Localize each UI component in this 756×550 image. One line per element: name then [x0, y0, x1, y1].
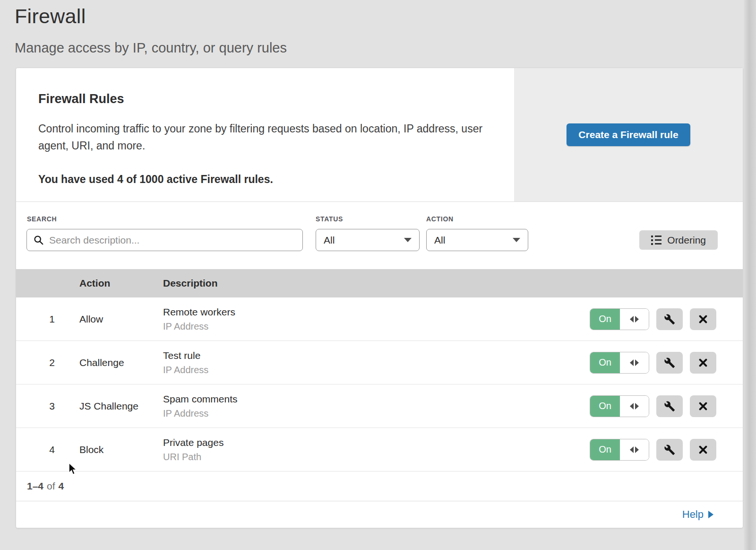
create-rule-panel: Create a Firewall rule: [514, 68, 743, 201]
toggle-on-label: On: [590, 352, 620, 373]
rule-description: Test rule: [163, 350, 590, 361]
toggle-arrows-icon: [620, 396, 649, 417]
toggle-arrows-icon: [620, 352, 649, 373]
rule-controls: On: [590, 439, 743, 461]
table-row: 1 Allow Remote workers IP Address On: [16, 297, 743, 341]
toggle-arrows-icon: [620, 439, 649, 460]
table-header: Action Description: [16, 269, 743, 297]
toggle-on-label: On: [590, 439, 620, 460]
rule-number: 3: [16, 401, 79, 412]
search-icon: [34, 235, 43, 245]
action-label: ACTION: [426, 215, 454, 223]
rule-description-cell: Private pages URI Path: [163, 437, 590, 463]
delete-rule-button[interactable]: [690, 308, 716, 330]
edit-rule-button[interactable]: [656, 352, 683, 374]
rule-action: Block: [79, 444, 163, 455]
arrow-right-icon: [708, 511, 713, 518]
toggle-on-label: On: [590, 309, 620, 330]
rule-description: Remote workers: [163, 306, 590, 318]
action-dropdown[interactable]: All: [426, 229, 528, 251]
firewall-card: Firewall Rules Control incoming traffic …: [16, 68, 743, 528]
delete-rule-button[interactable]: [690, 352, 716, 374]
page-header: Firewall Manage access by IP, country, o…: [0, 0, 756, 56]
rule-number: 2: [16, 357, 79, 368]
rule-description-cell: Spam comments IP Address: [163, 393, 590, 419]
ordering-button[interactable]: Ordering: [639, 230, 718, 250]
rule-number: 4: [16, 444, 79, 455]
close-icon: [697, 357, 709, 368]
rule-description-cell: Remote workers IP Address: [163, 306, 590, 332]
wrench-icon: [664, 357, 675, 368]
close-icon: [697, 401, 709, 412]
rule-enabled-toggle[interactable]: On: [590, 308, 649, 330]
rule-description: Spam comments: [163, 393, 590, 405]
pagination-of: of: [47, 480, 55, 492]
rule-action: Allow: [79, 314, 163, 325]
firewall-rules-info: Firewall Rules Control incoming traffic …: [16, 68, 514, 201]
edit-rule-button[interactable]: [656, 308, 683, 330]
rule-action: Challenge: [79, 357, 163, 368]
search-label: SEARCH: [27, 215, 57, 223]
search-box: [26, 229, 303, 251]
column-header-action: Action: [79, 278, 163, 289]
rule-number: 1: [16, 314, 79, 325]
rule-controls: On: [590, 395, 743, 417]
page-subtitle: Manage access by IP, country, or query r…: [15, 40, 756, 56]
rule-enabled-toggle[interactable]: On: [590, 439, 649, 461]
pagination-range: 1–4: [27, 480, 43, 492]
help-link[interactable]: Help: [682, 508, 713, 521]
chevron-down-icon: [404, 238, 412, 242]
rule-action: JS Challenge: [79, 401, 163, 412]
firewall-rules-usage: You have used 4 of 1000 active Firewall …: [38, 173, 486, 186]
rule-controls: On: [590, 352, 743, 374]
help-bar: Help: [16, 501, 743, 528]
pagination-total: 4: [59, 480, 64, 492]
filters-bar: SEARCH STATUS All ACTION All Ordering: [16, 202, 743, 269]
rule-description-cell: Test rule IP Address: [163, 350, 590, 375]
delete-rule-button[interactable]: [690, 439, 716, 461]
firewall-rules-section: Firewall Rules Control incoming traffic …: [16, 68, 743, 202]
rule-match-type: IP Address: [163, 408, 590, 419]
table-row: 3 JS Challenge Spam comments IP Address …: [16, 384, 743, 428]
status-dropdown-value: All: [324, 235, 335, 246]
toggle-arrows-icon: [620, 309, 649, 330]
firewall-rules-title: Firewall Rules: [38, 92, 486, 106]
firewall-rules-description: Control incoming traffic to your zone by…: [38, 121, 486, 154]
delete-rule-button[interactable]: [690, 395, 716, 417]
close-icon: [697, 314, 709, 325]
ordering-list-icon: [651, 236, 662, 245]
rule-match-type: IP Address: [163, 365, 590, 375]
toggle-on-label: On: [590, 396, 620, 417]
close-icon: [697, 444, 709, 455]
rule-match-type: URI Path: [163, 452, 590, 463]
rule-enabled-toggle[interactable]: On: [590, 352, 649, 374]
pagination: 1–4 of 4: [16, 471, 743, 501]
window-right-edge: [744, 0, 756, 550]
edit-rule-button[interactable]: [656, 439, 683, 461]
help-link-label: Help: [682, 508, 704, 521]
create-firewall-rule-button[interactable]: Create a Firewall rule: [567, 123, 690, 146]
status-label: STATUS: [316, 215, 343, 223]
column-header-description: Description: [163, 278, 743, 289]
search-input[interactable]: [26, 229, 303, 251]
edit-rule-button[interactable]: [656, 395, 683, 417]
rule-enabled-toggle[interactable]: On: [590, 395, 649, 417]
action-dropdown-value: All: [434, 235, 445, 246]
page-title: Firewall: [15, 5, 756, 28]
rule-controls: On: [590, 308, 743, 330]
wrench-icon: [664, 401, 675, 412]
chevron-down-icon: [513, 238, 520, 242]
wrench-icon: [664, 314, 675, 325]
rule-match-type: IP Address: [163, 321, 590, 332]
table-row: 4 Block Private pages URI Path On: [16, 428, 743, 471]
ordering-button-label: Ordering: [667, 235, 706, 246]
rule-description: Private pages: [163, 437, 590, 448]
status-dropdown[interactable]: All: [316, 229, 420, 251]
wrench-icon: [664, 444, 675, 455]
table-row: 2 Challenge Test rule IP Address On: [16, 341, 743, 384]
